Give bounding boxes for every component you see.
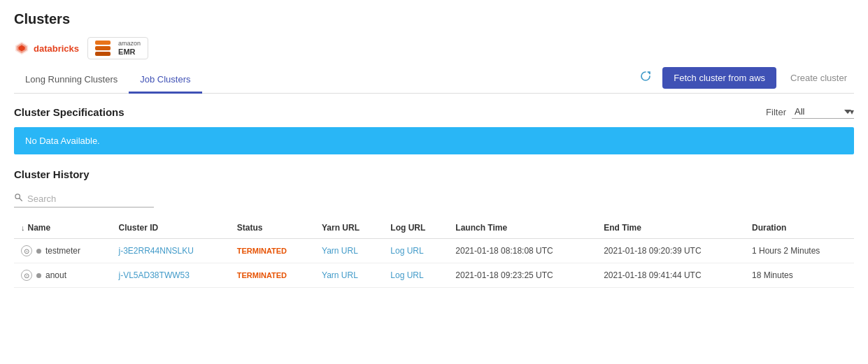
page-title: Clusters <box>14 11 854 27</box>
filter-area: Filter All Active Terminated ▾ <box>766 105 854 119</box>
cell-name-1: ⊙ anout <box>14 263 112 288</box>
status-value-0: TERMINATED <box>237 247 287 255</box>
svg-point-3 <box>15 194 20 199</box>
cell-duration-0: 1 Hours 2 Minutes <box>745 239 854 263</box>
cell-log-url-1: Log URL <box>383 263 448 288</box>
cell-launch-time-0: 2021-01-18 08:18:08 UTC <box>448 239 597 263</box>
amazon-emr-logo: amazon EMR <box>87 37 148 59</box>
history-table: ↓ Name Cluster ID Status Yarn URL Log UR… <box>14 217 854 288</box>
cell-name-0: ⊙ testmeter <box>14 239 112 263</box>
yarn-url-link-0[interactable]: Yarn URL <box>322 246 358 256</box>
cluster-id-link-0[interactable]: j-3E2RR44NNSLKU <box>119 246 194 256</box>
cell-cluster-id-1: j-VL5AD38TWW53 <box>112 263 230 288</box>
cell-status-0: TERMINATED <box>230 239 315 263</box>
cell-end-time-0: 2021-01-18 09:20:39 UTC <box>597 239 745 263</box>
col-header-log-url: Log URL <box>383 217 448 239</box>
search-input[interactable] <box>27 194 154 204</box>
row-dot-1 <box>36 273 41 278</box>
cluster-specs-title: Cluster Specifications <box>14 106 124 118</box>
col-header-name: ↓ Name <box>14 217 112 239</box>
create-cluster-button[interactable]: Create cluster <box>783 67 854 89</box>
log-url-link-0[interactable]: Log URL <box>390 246 423 256</box>
cell-log-url-0: Log URL <box>383 239 448 263</box>
row-dot-0 <box>36 249 41 254</box>
cell-end-time-1: 2021-01-18 09:41:44 UTC <box>597 263 745 288</box>
fetch-cluster-button[interactable]: Fetch cluster from aws <box>662 67 776 89</box>
filter-label: Filter <box>766 107 786 117</box>
col-header-yarn-url: Yarn URL <box>315 217 383 239</box>
name-value-0: testmeter <box>45 246 80 256</box>
emr-icon <box>95 41 114 56</box>
cell-launch-time-1: 2021-01-18 09:23:25 UTC <box>448 263 597 288</box>
databricks-icon <box>14 41 29 56</box>
table-row: ⊙ anout j-VL5AD38TWW53 TERMINATED Yarn U… <box>14 263 854 288</box>
refresh-icon <box>640 71 651 82</box>
cell-yarn-url-1: Yarn URL <box>315 263 383 288</box>
cell-cluster-id-0: j-3E2RR44NNSLKU <box>112 239 230 263</box>
col-header-end-time: End Time <box>597 217 745 239</box>
table-body: ⊙ testmeter j-3E2RR44NNSLKU TERMINATED Y… <box>14 239 854 288</box>
no-data-message: No Data Available. <box>25 136 100 146</box>
no-data-bar: No Data Available. <box>14 127 854 154</box>
tab-bar: Long Running Clusters Job Clusters Fetch… <box>14 66 854 94</box>
emr-emr-label: EMR <box>118 48 141 56</box>
table-header: ↓ Name Cluster ID Status Yarn URL Log UR… <box>14 217 854 239</box>
cluster-history-title: Cluster History <box>14 168 854 180</box>
emr-amazon-label: amazon <box>118 41 141 48</box>
databricks-label: databricks <box>34 43 79 54</box>
cluster-history-section: Cluster History ↓ Name <box>14 168 854 288</box>
log-url-link-1[interactable]: Log URL <box>390 270 423 280</box>
refresh-button[interactable] <box>636 66 655 89</box>
emr-text: amazon EMR <box>118 41 141 56</box>
cluster-specs-header: Cluster Specifications Filter All Active… <box>14 105 854 119</box>
filter-select[interactable]: All Active Terminated <box>792 105 854 119</box>
row-expander-0[interactable]: ⊙ <box>21 245 32 256</box>
cluster-id-link-1[interactable]: j-VL5AD38TWW53 <box>119 270 190 280</box>
tab-actions: Fetch cluster from aws Create cluster <box>636 66 854 93</box>
sort-asc-icon: ↓ <box>21 224 25 232</box>
search-icon <box>14 193 23 204</box>
cell-yarn-url-0: Yarn URL <box>315 239 383 263</box>
databricks-logo: databricks <box>14 41 79 56</box>
name-value-1: anout <box>45 270 66 280</box>
tab-long-running[interactable]: Long Running Clusters <box>14 67 129 94</box>
tab-job-clusters[interactable]: Job Clusters <box>129 67 201 94</box>
col-header-duration: Duration <box>745 217 854 239</box>
logo-bar: databricks amazon EMR <box>14 37 854 59</box>
svg-line-4 <box>20 198 22 201</box>
col-header-cluster-id: Cluster ID <box>112 217 230 239</box>
status-value-1: TERMINATED <box>237 271 287 279</box>
cluster-specs-section: Cluster Specifications Filter All Active… <box>14 105 854 154</box>
cell-duration-1: 18 Minutes <box>745 263 854 288</box>
table-row: ⊙ testmeter j-3E2RR44NNSLKU TERMINATED Y… <box>14 239 854 263</box>
page-container: Clusters databricks amazon EMR <box>0 0 868 299</box>
row-expander-1[interactable]: ⊙ <box>21 270 32 281</box>
col-header-status: Status <box>230 217 315 239</box>
cell-status-1: TERMINATED <box>230 263 315 288</box>
col-header-launch-time: Launch Time <box>448 217 597 239</box>
search-box <box>14 190 154 208</box>
yarn-url-link-1[interactable]: Yarn URL <box>322 270 358 280</box>
